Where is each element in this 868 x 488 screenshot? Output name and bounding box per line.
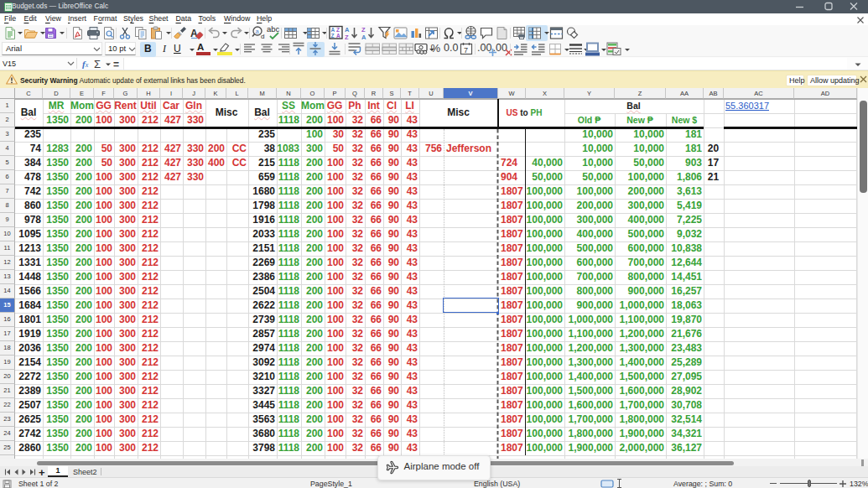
svg-text:A: A — [336, 33, 340, 39]
svg-text:A: A — [361, 34, 366, 41]
svg-text:d: d — [261, 33, 264, 40]
svg-text:7: 7 — [464, 46, 468, 55]
svg-text:Z: Z — [331, 33, 335, 39]
svg-text:Z: Z — [336, 27, 340, 33]
svg-text:Z: Z — [345, 34, 349, 41]
svg-text:A: A — [331, 27, 335, 33]
